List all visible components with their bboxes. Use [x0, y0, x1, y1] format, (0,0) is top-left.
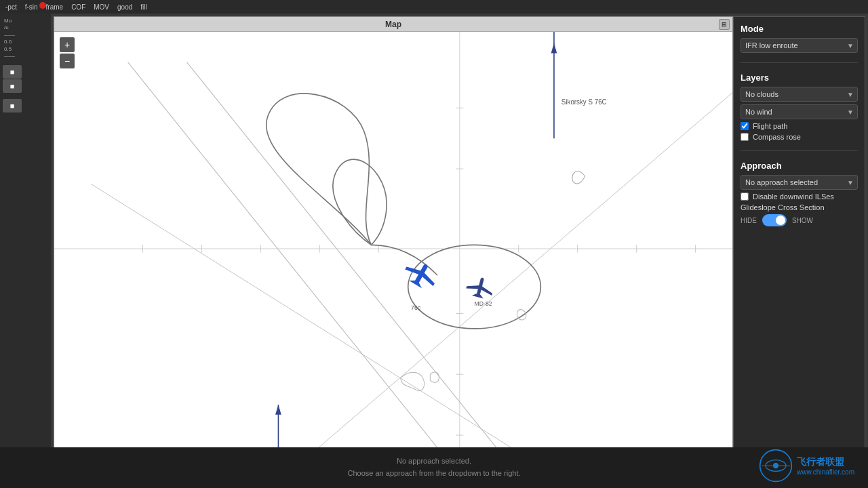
watermark-text: 飞行者联盟 www.chinaflier.com [797, 456, 854, 476]
mode-title: Mode [741, 24, 858, 34]
bottom-status-text: No approach selected. Choose an approach… [348, 455, 521, 479]
sim-btn-3[interactable]: ■ [3, 99, 22, 113]
right-panel: Mode IFR low enroute IFR high enroute VF… [733, 16, 865, 485]
zoom-in-button[interactable]: + [60, 37, 75, 52]
glideslope-toggle[interactable] [762, 214, 787, 226]
bottom-line1: No approach selected. [348, 455, 521, 468]
topbar-item-3: frame [46, 3, 64, 11]
map-zoom-controls: + − [60, 37, 75, 68]
compass-rose-checkbox[interactable] [741, 133, 749, 141]
sim-btn-1[interactable]: ■ [3, 65, 22, 79]
red-dot-indicator [39, 2, 46, 9]
topbar-item-6: good [117, 3, 132, 11]
left-sidebar: Mu/u——0.00.5—— ■ ■ ■ [0, 14, 51, 488]
divider-1 [741, 62, 858, 63]
bottom-bar: No approach selected. Choose an approach… [0, 447, 868, 488]
svg-marker-33 [275, 405, 281, 415]
approach-title: Approach [741, 161, 858, 171]
compass-rose-label: Compass rose [753, 133, 801, 141]
main-content: Mu/u——0.00.5—— ■ ■ ■ Map ⊞ + − [0, 14, 868, 488]
disable-downwind-checkbox[interactable] [741, 192, 749, 201]
layers-title: Layers [741, 73, 858, 83]
top-bar: -pct f-sin frame COF MOV good fill [0, 0, 868, 14]
topbar-item-2: f-sin [25, 3, 38, 11]
map-window: Map ⊞ + − [54, 16, 733, 485]
svg-marker-25 [405, 263, 437, 286]
watermark-line2: www.chinaflier.com [797, 468, 854, 476]
disable-downwind-row: Disable downwind ILSes [741, 192, 858, 201]
sim-btn-2[interactable]: ■ [3, 79, 22, 93]
svg-line-19 [275, 93, 732, 485]
mode-dropdown-wrapper: IFR low enroute IFR high enroute VFR sec… [741, 38, 858, 53]
clouds-dropdown[interactable]: No clouds Clouds [741, 87, 858, 102]
toggle-show-label: SHOW [792, 217, 813, 224]
svg-text:MD-82: MD-82 [475, 300, 492, 307]
approach-dropdown-wrapper: No approach selected ILS 28L ILS 28R ▼ [741, 175, 858, 190]
zoom-out-button[interactable]: − [60, 54, 75, 68]
watermark-logo-icon [759, 449, 793, 483]
glideslope-toggle-row: HIDE SHOW [741, 214, 858, 226]
sim-btn-group: ■ ■ ■ [3, 65, 48, 113]
bottom-line2: Choose an approach from the dropdown to … [348, 468, 521, 480]
map-svg: Sikorsky S 76C 76c MD-82 [54, 32, 732, 485]
sim-info: Mu/u——0.00.5—— [3, 16, 48, 61]
glideslope-title: Glideslope Cross Section [741, 203, 858, 211]
map-titlebar: Map ⊞ [54, 17, 732, 32]
layers-section: Layers No clouds Clouds ▼ No wind Wind ▼… [741, 73, 858, 141]
clouds-dropdown-wrapper: No clouds Clouds ▼ [741, 87, 858, 102]
wind-dropdown-wrapper: No wind Wind ▼ [741, 104, 858, 119]
flight-path-label: Flight path [753, 122, 787, 130]
flight-path-checkbox[interactable] [741, 122, 749, 130]
svg-text:76c: 76c [411, 304, 421, 311]
wind-dropdown[interactable]: No wind Wind [741, 104, 858, 119]
mode-dropdown[interactable]: IFR low enroute IFR high enroute VFR sec… [741, 38, 858, 53]
map-body[interactable]: + − [54, 32, 732, 485]
topbar-item-1: -pct [5, 3, 17, 11]
topbar-item-5: MOV [94, 3, 109, 11]
flight-path-row: Flight path [741, 122, 858, 130]
compass-rose-row: Compass rose [741, 133, 858, 141]
map-title: Map [385, 20, 401, 29]
map-maximize-button[interactable]: ⊞ [719, 19, 730, 30]
disable-downwind-label: Disable downwind ILSes [753, 192, 834, 201]
topbar-item-4: COF [71, 3, 85, 11]
mode-section: Mode IFR low enroute IFR high enroute VF… [741, 24, 858, 53]
divider-2 [741, 150, 858, 151]
svg-text:Sikorsky S 76C: Sikorsky S 76C [561, 98, 607, 106]
svg-line-18 [91, 184, 570, 485]
toggle-slider [762, 214, 787, 226]
topbar-item-7: fill [140, 3, 146, 11]
toggle-hide-label: HIDE [741, 217, 757, 224]
watermark: 飞行者联盟 www.chinaflier.com [759, 449, 854, 483]
svg-line-17 [187, 62, 526, 485]
svg-marker-22 [551, 43, 557, 54]
approach-dropdown[interactable]: No approach selected ILS 28L ILS 28R [741, 175, 858, 190]
watermark-line1: 飞行者联盟 [797, 456, 854, 468]
approach-section: Approach No approach selected ILS 28L IL… [741, 161, 858, 226]
